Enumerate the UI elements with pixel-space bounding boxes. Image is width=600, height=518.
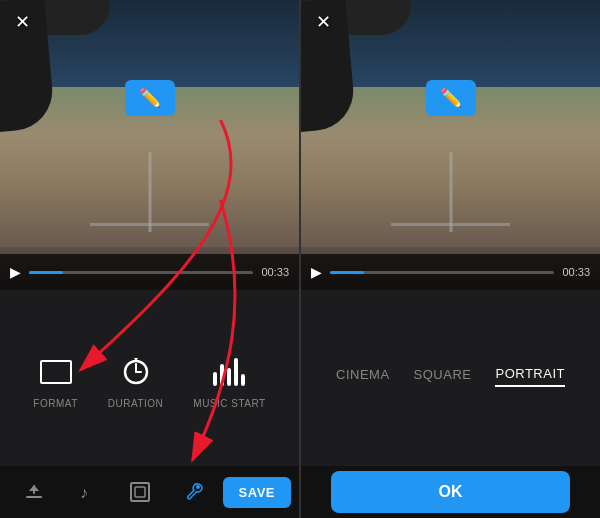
music-tool-button[interactable]: ♪ <box>61 466 114 518</box>
format-options: FORMAT DURATION <box>33 334 265 419</box>
right-panel: ✕ ✏️ ▶ 00:33 CINEMA SQUARE PORTRAIT OK <box>301 0 600 518</box>
format-label-music-start: MUSIC START <box>193 398 265 409</box>
playback-bar-right: ▶ 00:33 <box>301 254 600 290</box>
format-item-format[interactable]: FORMAT <box>33 354 77 409</box>
music-start-icon-wrap <box>211 354 247 390</box>
progress-fill-left <box>29 271 63 274</box>
frame-icon <box>129 481 151 503</box>
time-label-right: 00:33 <box>562 266 590 278</box>
format-rect-icon <box>40 360 72 384</box>
svg-rect-3 <box>26 496 42 498</box>
close-button-right[interactable]: ✕ <box>311 10 335 34</box>
save-button[interactable]: SAVE <box>223 477 291 508</box>
progress-fill-right <box>330 271 364 274</box>
export-tool-button[interactable] <box>8 466 61 518</box>
music-icon: ♪ <box>77 482 97 502</box>
ok-button[interactable]: OK <box>331 471 570 513</box>
pencil-icon-right: ✏️ <box>440 87 462 109</box>
tab-portrait[interactable]: PORTRAIT <box>495 366 565 387</box>
svg-text:♪: ♪ <box>80 484 88 501</box>
wrench-icon <box>181 481 203 503</box>
format-tabs: CINEMA SQUARE PORTRAIT <box>336 366 565 387</box>
toolbar-left: ♪ SAVE <box>0 466 299 518</box>
svg-rect-8 <box>135 487 145 497</box>
play-button-right[interactable]: ▶ <box>311 264 322 280</box>
format-icon <box>38 354 74 390</box>
duration-icon <box>122 358 150 386</box>
pencil-icon-left: ✏️ <box>139 87 161 109</box>
progress-track-right[interactable] <box>330 271 554 274</box>
edit-badge-right[interactable]: ✏️ <box>426 80 476 116</box>
svg-point-9 <box>196 485 200 489</box>
format-label-format: FORMAT <box>33 398 77 409</box>
settings-tool-button[interactable] <box>166 466 219 518</box>
toolbar-right: OK <box>301 466 600 518</box>
close-button-left[interactable]: ✕ <box>10 10 34 34</box>
progress-track-left[interactable] <box>29 271 253 274</box>
time-label-left: 00:33 <box>261 266 289 278</box>
duration-icon-wrap <box>118 354 154 390</box>
export-icon <box>24 482 44 502</box>
frame-tool-button[interactable] <box>113 466 166 518</box>
video-preview-left: ✕ ✏️ ▶ 00:33 <box>0 0 299 290</box>
left-panel: ✕ ✏️ ▶ 00:33 FORMAT <box>0 0 299 518</box>
play-button-left[interactable]: ▶ <box>10 264 21 280</box>
svg-rect-7 <box>131 483 149 501</box>
format-label-duration: DURATION <box>108 398 163 409</box>
tab-cinema[interactable]: CINEMA <box>336 367 390 386</box>
tab-square[interactable]: SQUARE <box>414 367 472 386</box>
svg-marker-5 <box>29 485 39 491</box>
video-preview-right: ✕ ✏️ ▶ 00:33 <box>301 0 600 290</box>
playback-bar-left: ▶ 00:33 <box>0 254 299 290</box>
music-bars-icon <box>213 358 245 386</box>
format-item-music-start[interactable]: MUSIC START <box>193 354 265 409</box>
edit-badge-left[interactable]: ✏️ <box>125 80 175 116</box>
format-item-duration[interactable]: DURATION <box>108 354 163 409</box>
